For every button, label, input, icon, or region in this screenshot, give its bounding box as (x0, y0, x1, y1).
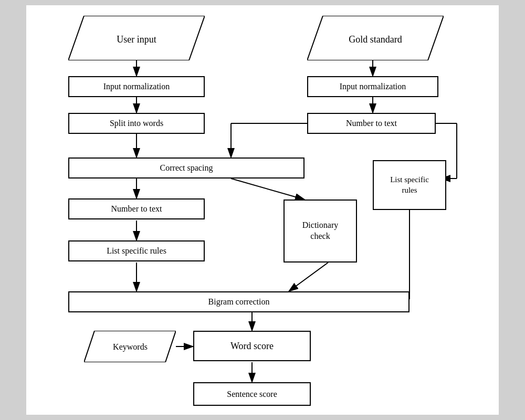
number-to-text-left-node: Number to text (68, 198, 205, 219)
list-specific-rules-left-node: List specific rules (68, 240, 205, 261)
keywords-node: Keywords (84, 331, 176, 362)
svg-text:Gold standard: Gold standard (349, 34, 402, 45)
svg-line-12 (231, 178, 304, 200)
input-norm-left-node: Input normalization (68, 76, 205, 97)
dictionary-check-label: Dictionarycheck (302, 220, 338, 242)
list-specific-rules-right-label: List specificrules (390, 175, 429, 195)
svg-text:User input: User input (117, 34, 156, 45)
gold-standard-node: Gold standard (307, 16, 444, 60)
flowchart-diagram: User input Gold standard Input normaliza… (26, 5, 499, 415)
sentence-score-node: Sentence score (193, 382, 311, 406)
number-to-text-right-top-node: Number to text (307, 113, 436, 134)
list-specific-rules-right-node: List specificrules (373, 160, 446, 210)
user-input-node: User input (68, 16, 205, 60)
word-score-node: Word score (193, 331, 311, 361)
input-norm-right-node: Input normalization (307, 76, 438, 97)
svg-text:Keywords: Keywords (113, 342, 148, 352)
dictionary-check-node: Dictionarycheck (284, 200, 357, 262)
bigram-correction-node: Bigram correction (68, 291, 410, 312)
split-into-words-node: Split into words (68, 113, 205, 134)
correct-spacing-node: Correct spacing (68, 158, 304, 178)
svg-line-15 (289, 262, 328, 291)
